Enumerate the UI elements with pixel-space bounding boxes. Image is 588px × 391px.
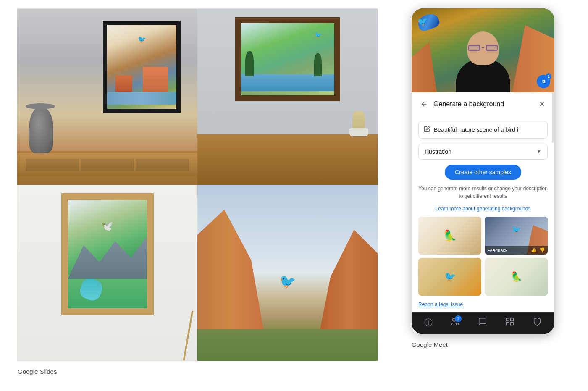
info-text: You can generate more results or change … [418,185,548,200]
panel-title: Generate a background [433,100,533,108]
create-samples-button[interactable]: Create other samples [445,165,521,180]
right-section: 🐦 ⧉ 1 Generate a background [412,8,571,348]
slide-cell-4: 🐦 [197,185,378,361]
activities-icon [505,317,514,328]
prompt-input-wrap[interactable]: Beautiful nature scene of a bird i [418,121,548,139]
nav-item-info[interactable]: ⓘ [424,317,433,328]
nav-item-safety[interactable] [533,317,542,328]
learn-more-link[interactable]: Learn more about generating backgrounds [418,206,548,212]
safety-icon [533,317,542,328]
svg-rect-1 [507,318,509,321]
thumbnail-3[interactable]: 🐦 [418,258,481,296]
panel-header: Generate a background ✕ [412,92,554,116]
slide-canvas-4: 🐦 [197,185,378,361]
thumbdown-button[interactable]: 👎 [539,247,545,253]
layers-badge[interactable]: ⧉ 1 [537,75,550,88]
style-label: Illustration [425,148,452,155]
edit-icon [424,126,430,134]
people-badge: 1 [455,315,462,322]
slide-cell-1: 🐦 [17,9,197,185]
feedback-overlay: Feedback 👍 👎 [485,246,548,255]
nav-item-chat[interactable] [478,317,487,328]
slide-canvas-2: 🐦 [197,9,378,185]
thumbnail-grid: 🦜 🐦 Feedback 👍 👎 [418,217,548,296]
thumbup-button[interactable]: 👍 [531,247,537,253]
nav-item-people[interactable]: 1 [451,317,460,328]
back-button[interactable] [418,98,430,110]
meet-caption: Google Meet [412,341,571,348]
panel-content: Beautiful nature scene of a bird i Illus… [412,116,554,312]
thumbnail-4[interactable]: 🦜 [485,258,548,296]
report-legal-link[interactable]: Report a legal issue [418,302,548,307]
left-section: 🐦 [17,8,378,375]
svg-rect-3 [507,323,509,325]
slide-canvas-3: 🕊️ [17,185,197,361]
slide-canvas-1: 🐦 [17,9,197,185]
chat-icon [478,317,487,328]
phone-mockup: 🐦 ⧉ 1 Generate a background [412,8,554,334]
video-preview: 🐦 ⧉ 1 [412,8,554,92]
thumbnail-2[interactable]: 🐦 Feedback 👍 👎 [485,217,548,255]
dropdown-arrow-icon: ▼ [536,149,541,155]
svg-rect-2 [511,318,513,321]
svg-rect-4 [511,323,513,325]
slides-grid: 🐦 [17,8,378,361]
style-dropdown[interactable]: Illustration ▼ [418,144,548,160]
prompt-text: Beautiful nature scene of a bird i [434,126,542,133]
slides-caption: Google Slides [17,368,378,375]
slide-cell-2: 🐦 [197,9,378,185]
close-button[interactable]: ✕ [536,98,548,110]
nav-item-activities[interactable] [505,317,514,328]
thumbnail-1[interactable]: 🦜 [418,217,481,255]
slide-cell-3: 🕊️ [17,185,197,361]
generate-panel: Generate a background ✕ Beautiful nature… [412,92,554,312]
feedback-label: Feedback [487,248,507,253]
bottom-nav: ⓘ 1 [412,312,554,334]
info-icon: ⓘ [424,317,433,328]
